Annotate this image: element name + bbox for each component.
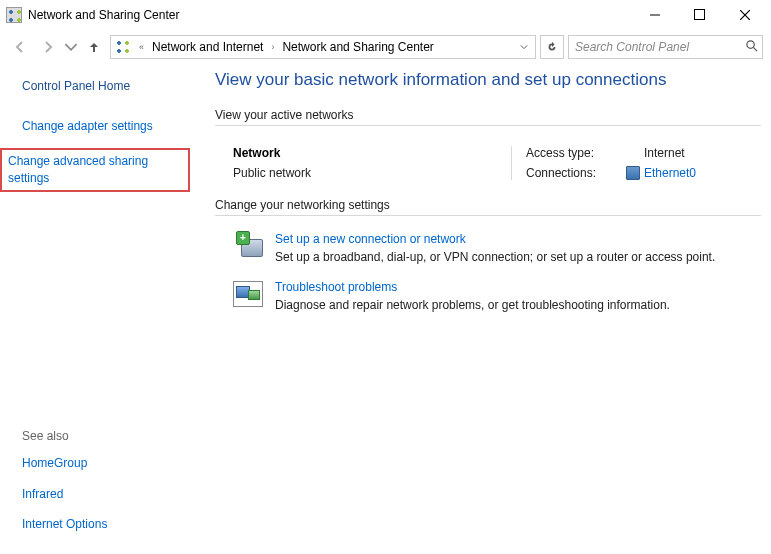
- address-bar[interactable]: « Network and Internet › Network and Sha…: [110, 35, 536, 59]
- ethernet-connection-link[interactable]: Ethernet0: [644, 166, 696, 180]
- chevron-right-icon[interactable]: ›: [271, 42, 274, 52]
- svg-rect-1: [695, 10, 705, 20]
- back-button[interactable]: [8, 35, 32, 59]
- setup-connection-link[interactable]: Set up a new connection or network: [275, 232, 466, 246]
- recent-locations-dropdown[interactable]: [64, 35, 78, 59]
- main-panel: View your basic network information and …: [205, 64, 771, 554]
- app-icon: [6, 7, 22, 23]
- change-advanced-sharing-link[interactable]: Change advanced sharing settings: [8, 153, 182, 185]
- troubleshoot-icon: [233, 281, 263, 307]
- search-input[interactable]: [573, 39, 745, 55]
- svg-point-4: [747, 41, 754, 48]
- troubleshoot-item: Troubleshoot problems Diagnose and repai…: [215, 272, 761, 320]
- svg-line-5: [753, 47, 757, 51]
- close-button[interactable]: [722, 1, 767, 29]
- window-title: Network and Sharing Center: [28, 8, 632, 22]
- connections-label: Connections:: [526, 166, 626, 180]
- active-networks-header: View your active networks: [215, 108, 761, 126]
- location-icon: [115, 39, 131, 55]
- sidebar: Control Panel Home Change adapter settin…: [0, 64, 205, 554]
- see-also-header: See also: [22, 429, 197, 443]
- setup-connection-icon: [233, 233, 263, 259]
- title-bar: Network and Sharing Center: [0, 0, 771, 30]
- network-type: Public network: [233, 166, 511, 180]
- ethernet-icon: [626, 166, 640, 180]
- nav-bar: « Network and Internet › Network and Sha…: [0, 30, 771, 64]
- setup-connection-item: Set up a new connection or network Set u…: [215, 224, 761, 272]
- infrared-link[interactable]: Infrared: [22, 486, 197, 502]
- access-type-label: Access type:: [526, 146, 626, 160]
- network-properties: Access type: Internet Connections: Ether…: [511, 146, 696, 180]
- see-also-section: See also HomeGroup Infrared Internet Opt…: [22, 429, 197, 546]
- refresh-button[interactable]: [540, 35, 564, 59]
- active-network-row: Network Public network Access type: Inte…: [215, 134, 761, 198]
- minimize-button[interactable]: [632, 1, 677, 29]
- up-button[interactable]: [82, 35, 106, 59]
- control-panel-home-link[interactable]: Control Panel Home: [22, 78, 197, 94]
- internet-options-link[interactable]: Internet Options: [22, 516, 197, 532]
- address-dropdown[interactable]: [515, 36, 533, 58]
- window-buttons: [632, 1, 767, 29]
- breadcrumb-network-sharing-center[interactable]: Network and Sharing Center: [282, 40, 433, 54]
- chevron-left-icon: «: [139, 42, 144, 52]
- maximize-button[interactable]: [677, 1, 722, 29]
- homegroup-link[interactable]: HomeGroup: [22, 455, 197, 471]
- content-area: Control Panel Home Change adapter settin…: [0, 64, 771, 554]
- search-box[interactable]: [568, 35, 763, 59]
- troubleshoot-link[interactable]: Troubleshoot problems: [275, 280, 397, 294]
- network-identity: Network Public network: [233, 146, 511, 180]
- network-name: Network: [233, 146, 511, 160]
- change-settings-header: Change your networking settings: [215, 198, 761, 216]
- forward-button[interactable]: [36, 35, 60, 59]
- troubleshoot-desc: Diagnose and repair network problems, or…: [275, 298, 670, 312]
- access-type-value: Internet: [644, 146, 696, 160]
- change-adapter-settings-link[interactable]: Change adapter settings: [22, 118, 197, 134]
- highlighted-advanced-sharing: Change advanced sharing settings: [0, 148, 190, 191]
- breadcrumb-network-and-internet[interactable]: Network and Internet: [152, 40, 263, 54]
- setup-connection-desc: Set up a broadband, dial-up, or VPN conn…: [275, 250, 715, 264]
- search-icon[interactable]: [745, 39, 758, 55]
- page-heading: View your basic network information and …: [215, 70, 761, 90]
